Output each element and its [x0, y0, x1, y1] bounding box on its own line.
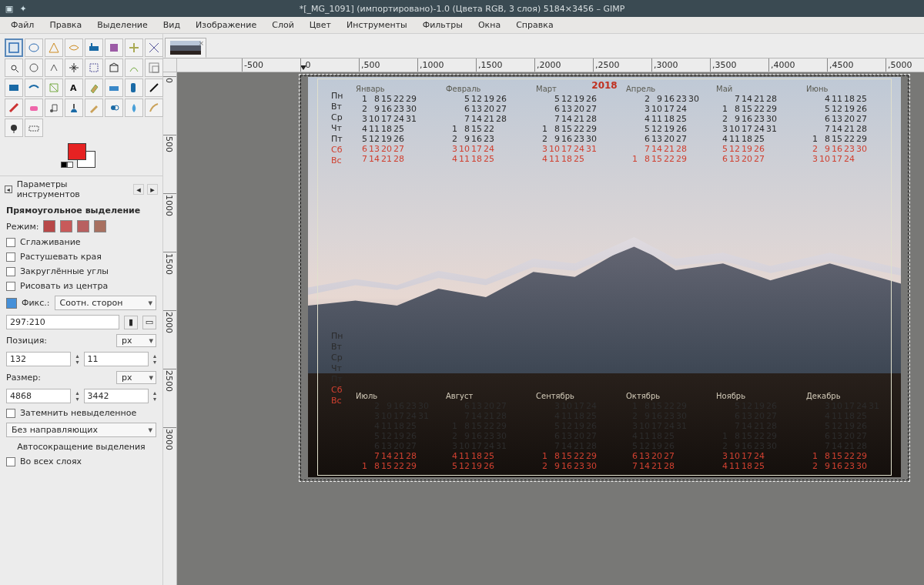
- mode-add-button[interactable]: [60, 220, 72, 232]
- image-viewport[interactable]: 2018 ПнВтСрЧтПтСбВс ПнВтСрЧтПтСбВс Январ…: [177, 72, 924, 585]
- selection-frame[interactable]: [317, 79, 892, 476]
- window-title: *[_MG_1091] (импортировано)-1.0 (Цвета R…: [300, 4, 625, 14]
- tool-button-9[interactable]: [25, 58, 43, 77]
- tool-button-22[interactable]: [125, 79, 143, 97]
- svg-text:A: A: [70, 83, 77, 93]
- tool-button-10[interactable]: [45, 58, 63, 77]
- tool-button-15[interactable]: [145, 58, 163, 77]
- pos-x-input[interactable]: 132: [6, 352, 71, 366]
- fixed-label: Фикс.:: [22, 298, 50, 308]
- tool-button-2[interactable]: [45, 38, 63, 57]
- svg-rect-13: [109, 86, 119, 91]
- swatch-reset[interactable]: [61, 162, 73, 168]
- tool-button-7[interactable]: [145, 38, 163, 57]
- menu-окна[interactable]: Окна: [472, 18, 507, 32]
- collapse-icon[interactable]: ◂: [5, 186, 12, 193]
- mode-intersect-button[interactable]: [94, 220, 106, 232]
- tool-button-14[interactable]: [125, 58, 143, 77]
- menu-вид[interactable]: Вид: [157, 18, 186, 32]
- tool-button-19[interactable]: A: [65, 79, 83, 97]
- menu-слой[interactable]: Слой: [266, 18, 300, 32]
- menu-изображение[interactable]: Изображение: [189, 18, 263, 32]
- menu-фильтры[interactable]: Фильтры: [417, 18, 469, 32]
- tool-button-33[interactable]: [25, 119, 43, 137]
- tool-button-26[interactable]: [45, 99, 63, 117]
- panel-detach-icon[interactable]: ▸: [147, 184, 158, 195]
- tool-button-27[interactable]: [65, 99, 83, 117]
- tool-button-31[interactable]: [145, 99, 163, 117]
- tool-button-23[interactable]: [145, 79, 163, 97]
- size-unit-dropdown[interactable]: px: [116, 371, 156, 384]
- tool-button-6[interactable]: [125, 38, 143, 57]
- menu-правка[interactable]: Правка: [43, 18, 88, 32]
- size-w-input[interactable]: 4868: [6, 389, 71, 403]
- tool-button-1[interactable]: [25, 38, 43, 57]
- toolbox-panel: A ◂ Параметры инструментов ◂▸ Прямоуголь…: [0, 34, 163, 585]
- antialias-check[interactable]: Сглаживание: [6, 237, 156, 247]
- fg-color-swatch[interactable]: [68, 143, 86, 160]
- tool-button-3[interactable]: [65, 38, 83, 57]
- ratio-input[interactable]: 297:210: [6, 315, 119, 329]
- autoshrink-button[interactable]: Автосокращение выделения: [6, 442, 156, 452]
- ratio-portrait-button[interactable]: ▮: [124, 316, 138, 329]
- menu-цвет[interactable]: Цвет: [303, 18, 337, 32]
- svg-rect-0: [9, 43, 18, 52]
- tool-options-header[interactable]: ◂ Параметры инструментов ◂▸: [0, 176, 162, 202]
- tool-name: Прямоугольное выделение: [6, 206, 156, 216]
- position-unit-dropdown[interactable]: px: [116, 334, 156, 347]
- tool-button-4[interactable]: [85, 38, 103, 57]
- tool-button-12[interactable]: [85, 58, 103, 77]
- ruler-horizontal[interactable]: -500,0,500,1000,1500,2000,2500,3000,3500…: [177, 58, 924, 72]
- tool-button-16[interactable]: [5, 79, 23, 97]
- tool-button-13[interactable]: [105, 58, 123, 77]
- tool-button-11[interactable]: [65, 58, 83, 77]
- guides-dropdown[interactable]: Без направляющих: [6, 423, 156, 437]
- image-tabstrip[interactable]: ×: [163, 34, 924, 58]
- tool-button-20[interactable]: [85, 79, 103, 97]
- mode-label: Режим:: [6, 222, 38, 232]
- tool-button-21[interactable]: [105, 79, 123, 97]
- tool-button-30[interactable]: [125, 99, 143, 117]
- position-label: Позиция:: [6, 336, 47, 346]
- menu-инструменты[interactable]: Инструменты: [340, 18, 413, 32]
- tool-button-8[interactable]: [5, 58, 23, 77]
- color-swatches[interactable]: [0, 140, 162, 176]
- ratio-landscape-button[interactable]: ▭: [142, 316, 156, 329]
- tool-button-25[interactable]: [25, 99, 43, 117]
- tool-options-body: Прямоугольное выделение Режим: Сглаживан…: [0, 202, 162, 473]
- tool-button-32[interactable]: [5, 119, 23, 137]
- menu-справка[interactable]: Справка: [510, 18, 559, 32]
- mode-subtract-button[interactable]: [77, 220, 89, 232]
- tool-button-17[interactable]: [25, 79, 43, 97]
- fixed-check[interactable]: [6, 298, 17, 309]
- tool-button-24[interactable]: [5, 99, 23, 117]
- alllayers-check[interactable]: Во всех слоях: [6, 456, 156, 466]
- center-check[interactable]: Рисовать из центра: [6, 281, 156, 291]
- svg-rect-4: [110, 44, 118, 52]
- rounded-check[interactable]: Закруглённые углы: [6, 266, 156, 276]
- panel-menu-icon[interactable]: ◂: [133, 184, 144, 195]
- tool-button-28[interactable]: [85, 99, 103, 117]
- menubar[interactable]: ФайлПравкаВыделениеВидИзображениеСлойЦве…: [0, 17, 924, 34]
- tool-button-18[interactable]: [45, 79, 63, 97]
- tool-button-5[interactable]: [105, 38, 123, 57]
- image-thumbnail: [170, 41, 201, 55]
- svg-rect-21: [29, 126, 38, 131]
- darken-check[interactable]: Затемнить невыделенное: [6, 408, 156, 418]
- ruler-vertical[interactable]: 050010001500200025003000: [163, 72, 177, 585]
- feather-check[interactable]: Растушевать края: [6, 252, 156, 262]
- menu-выделение[interactable]: Выделение: [91, 18, 154, 32]
- tool-button-0[interactable]: [5, 38, 23, 57]
- fixed-dropdown[interactable]: Соотн. сторон: [55, 296, 156, 310]
- image-tab[interactable]: ×: [165, 38, 206, 58]
- menu-файл[interactable]: Файл: [5, 18, 40, 32]
- svg-rect-17: [73, 104, 75, 109]
- size-h-input[interactable]: 3442: [84, 389, 149, 403]
- pos-y-input[interactable]: 11: [84, 352, 149, 366]
- pin-icon[interactable]: ✦: [18, 4, 28, 13]
- svg-rect-10: [152, 66, 159, 72]
- close-tab-button[interactable]: ×: [198, 39, 204, 47]
- svg-point-5: [12, 65, 16, 70]
- mode-replace-button[interactable]: [43, 220, 55, 232]
- tool-button-29[interactable]: [105, 99, 123, 117]
